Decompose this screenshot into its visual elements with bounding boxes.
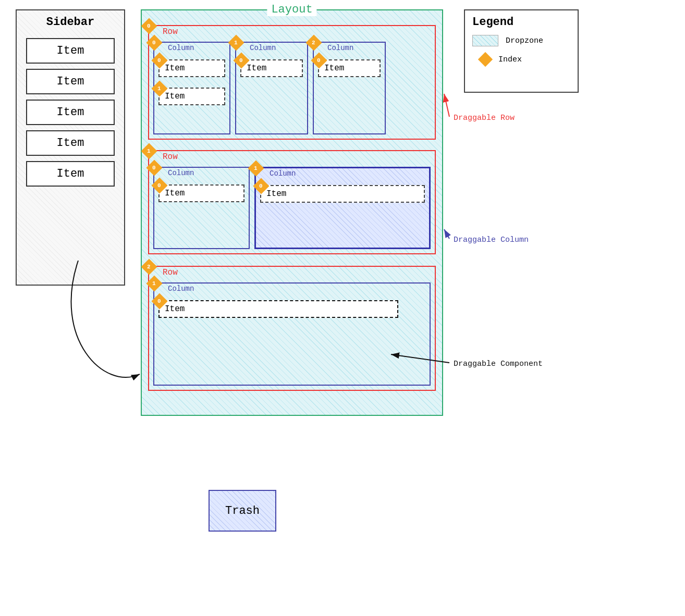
legend-diamond bbox=[480, 54, 491, 65]
row0-col0-index: 0 bbox=[149, 37, 160, 48]
row0-col0-item0[interactable]: 0 Item bbox=[158, 59, 225, 77]
row2-col1[interactable]: 1 Column 0 Item bbox=[153, 282, 431, 386]
draggable-row-label: Draggable Row bbox=[454, 114, 515, 122]
row1-col1[interactable]: 1 Column 0 Item bbox=[254, 167, 431, 249]
row0-col2-item0-index: 0 bbox=[313, 55, 325, 66]
legend-index-label: Index bbox=[498, 55, 522, 64]
row0-col1-label: Column bbox=[250, 44, 276, 52]
row1-col1-item0[interactable]: 0 Item bbox=[260, 185, 425, 203]
row-0[interactable]: 0 Row 0 Column 0 Item 1 bbox=[148, 25, 436, 140]
legend-dropzone-label: Dropzone bbox=[506, 36, 543, 45]
trash-label: Trash bbox=[225, 504, 260, 518]
draggable-component-label: Draggable Component bbox=[454, 360, 543, 368]
row0-col1-item0-index: 0 bbox=[236, 55, 247, 66]
row0-col0-item1[interactable]: 1 Item bbox=[158, 88, 225, 105]
row1-col1-label: Column bbox=[270, 169, 296, 178]
row0-col0-label: Column bbox=[168, 44, 194, 52]
row1-col0-index: 0 bbox=[149, 162, 160, 174]
row1-col0[interactable]: 0 Column 0 Item bbox=[153, 167, 250, 249]
legend-index-row: Index bbox=[472, 54, 570, 65]
row1-col0-item0-index: 0 bbox=[154, 180, 165, 191]
row-1-label: Row bbox=[163, 152, 178, 162]
row0-col1[interactable]: 1 Column 0 Item bbox=[235, 42, 308, 134]
legend-title: Legend bbox=[472, 16, 570, 29]
layout-area[interactable]: Layout 0 Row 0 Column 0 Item bbox=[141, 9, 443, 416]
row2-col1-item0[interactable]: 0 Item bbox=[158, 300, 398, 318]
layout-title: Layout bbox=[267, 3, 316, 16]
row1-col1-item0-index: 0 bbox=[255, 180, 267, 192]
trash-area[interactable]: Trash bbox=[209, 490, 276, 532]
row0-col1-index: 1 bbox=[230, 37, 242, 48]
row2-col1-label: Column bbox=[168, 285, 194, 293]
row0-col2[interactable]: 2 Column 0 Item bbox=[313, 42, 386, 134]
legend-dropzone-row: Dropzone bbox=[472, 35, 570, 46]
row-2[interactable]: 2 Row 1 Column 0 Item bbox=[148, 266, 436, 391]
row0-col0-item1-index: 1 bbox=[154, 83, 165, 94]
row-2-label: Row bbox=[163, 268, 178, 277]
draggable-column-label: Draggable Column bbox=[454, 236, 529, 244]
row-1[interactable]: 1 Row 0 Column 0 Item 1 Colum bbox=[148, 150, 436, 254]
row1-col1-index: 1 bbox=[250, 163, 262, 174]
row-0-index: 0 bbox=[143, 20, 155, 32]
row0-col1-item0[interactable]: 0 Item bbox=[240, 59, 303, 77]
sidebar-item-3[interactable]: Item bbox=[26, 130, 115, 156]
sidebar-item-1[interactable]: Item bbox=[26, 69, 115, 94]
row1-col0-label: Column bbox=[168, 169, 194, 177]
row0-col2-item0[interactable]: 0 Item bbox=[318, 59, 381, 77]
legend-dropzone-sample bbox=[472, 35, 498, 46]
row0-col2-label: Column bbox=[327, 44, 353, 52]
row-1-index: 1 bbox=[143, 145, 155, 157]
sidebar-title: Sidebar bbox=[17, 10, 124, 33]
row0-col0-item0-index: 0 bbox=[154, 55, 165, 66]
sidebar-item-0[interactable]: Item bbox=[26, 38, 115, 64]
row0-col2-index: 2 bbox=[308, 37, 320, 48]
row2-col1-index: 1 bbox=[149, 278, 160, 289]
legend: Legend Dropzone Index bbox=[464, 9, 579, 93]
svg-line-5 bbox=[444, 229, 449, 239]
sidebar-item-2[interactable]: Item bbox=[26, 100, 115, 125]
row-2-index: 2 bbox=[143, 261, 155, 273]
sidebar: Sidebar Item Item Item Item Item bbox=[16, 9, 125, 286]
row1-col0-item0[interactable]: 0 Item bbox=[158, 184, 244, 202]
row0-col0[interactable]: 0 Column 0 Item 1 Item bbox=[153, 42, 230, 134]
sidebar-item-4[interactable]: Item bbox=[26, 161, 115, 187]
row2-col1-item0-index: 0 bbox=[154, 295, 165, 307]
svg-line-4 bbox=[444, 94, 449, 117]
row-0-label: Row bbox=[163, 27, 178, 36]
